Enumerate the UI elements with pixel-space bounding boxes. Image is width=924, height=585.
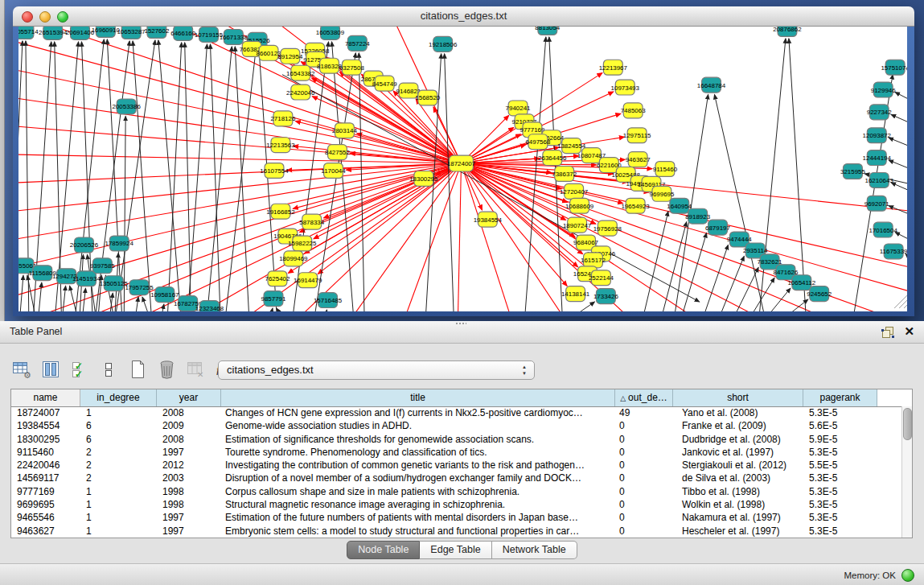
table-row[interactable]: 969969511998Structural magnetic resonanc… xyxy=(11,498,902,511)
table-row[interactable]: 1938455462009Genome-wide association stu… xyxy=(11,419,902,432)
cell-title[interactable]: Tourette syndrome. Phenomenology and cla… xyxy=(221,446,615,459)
cell-pagerank[interactable]: 5.3E-5 xyxy=(803,485,877,498)
column-header-year[interactable]: year xyxy=(157,389,221,406)
splitter-grip-icon[interactable] xyxy=(455,322,466,326)
cell-out_degree[interactable]: 0 xyxy=(615,433,673,446)
table-header[interactable]: namein_degreeyeartitle△out_de…shortpager… xyxy=(11,389,912,407)
cell-out_degree[interactable]: 0 xyxy=(615,472,673,484)
cell-short[interactable]: Hescheler et al. (1997) xyxy=(673,525,803,538)
cell-year[interactable]: 1997 xyxy=(157,511,221,524)
column-header-title[interactable]: title xyxy=(221,389,615,406)
cell-in_degree[interactable]: 1 xyxy=(80,525,157,538)
delete-rows-trash-icon[interactable] xyxy=(156,359,178,381)
cell-year[interactable]: 1997 xyxy=(157,446,221,459)
cell-name[interactable]: 19384554 xyxy=(11,419,80,432)
cell-title[interactable]: Embryonic stem cells: a model to study s… xyxy=(221,525,615,538)
cell-short[interactable]: Franke et al. (2009) xyxy=(673,419,803,432)
cell-year[interactable]: 1998 xyxy=(157,498,221,511)
cell-title[interactable]: Structural magnetic resonance image aver… xyxy=(221,498,615,511)
network-view-window[interactable]: citations_edges.txt 14055714265153942069… xyxy=(13,6,914,316)
table-row[interactable]: 1456911722003Disruption of a novel membe… xyxy=(11,472,902,484)
cell-pagerank[interactable]: 5.3E-5 xyxy=(803,511,877,524)
cell-name[interactable]: 22420046 xyxy=(11,459,80,472)
close-panel-icon[interactable]: ✕ xyxy=(904,324,914,339)
cell-short[interactable]: Nakamura et al. (1997) xyxy=(673,511,803,524)
new-table-icon[interactable] xyxy=(127,359,149,381)
column-header-in_degree[interactable]: in_degree xyxy=(80,389,157,406)
cell-name[interactable]: 18724007 xyxy=(11,406,80,419)
cell-pagerank[interactable]: 5.5E-5 xyxy=(803,459,877,472)
cell-title[interactable]: Disruption of a novel member of a sodium… xyxy=(221,472,615,484)
cell-year[interactable]: 2008 xyxy=(157,406,221,419)
cell-year[interactable]: 2012 xyxy=(157,459,221,472)
cell-name[interactable]: 14569117 xyxy=(11,472,80,484)
cell-name[interactable]: 9777169 xyxy=(11,485,80,498)
cell-year[interactable]: 2003 xyxy=(157,472,221,484)
cell-in_degree[interactable]: 2 xyxy=(80,472,157,484)
cell-in_degree[interactable]: 6 xyxy=(80,433,157,446)
tab-node-table[interactable]: Node Table xyxy=(347,541,420,559)
column-header-short[interactable]: short xyxy=(673,389,803,406)
table-scrollbar[interactable] xyxy=(901,406,912,538)
cell-title[interactable]: Investigating the contribution of common… xyxy=(221,459,615,472)
table-selector-dropdown[interactable]: citations_edges.txt ▲▼ xyxy=(218,360,535,380)
table-settings-icon[interactable]: ⚙ xyxy=(11,359,33,381)
cell-out_degree[interactable]: 49 xyxy=(615,406,673,419)
cell-short[interactable]: Yano et al. (2008) xyxy=(673,406,803,419)
cell-name[interactable]: 18300295 xyxy=(11,433,80,446)
clear-selection-icon[interactable] xyxy=(98,359,120,381)
canvas-resize-grip-icon[interactable] xyxy=(899,300,907,308)
cell-out_degree[interactable]: 0 xyxy=(615,525,673,538)
cell-short[interactable]: Wolkin et al. (1998) xyxy=(673,498,803,511)
table-row[interactable]: 977716911998Corpus callosum shape and si… xyxy=(11,485,902,498)
canvas-resize-grip-icon[interactable] xyxy=(904,305,907,308)
select-rows-icon[interactable]: ✓✓ xyxy=(69,359,91,381)
cell-out_degree[interactable]: 0 xyxy=(615,511,673,524)
node-table[interactable]: namein_degreeyeartitle△out_de…shortpager… xyxy=(10,389,913,538)
cell-out_degree[interactable]: 0 xyxy=(615,459,673,472)
cell-pagerank[interactable]: 5.3E-5 xyxy=(803,406,877,419)
memory-status-light[interactable] xyxy=(901,569,914,582)
cell-short[interactable]: Jankovic et al. (1997) xyxy=(673,446,803,459)
cell-pagerank[interactable]: 5.3E-5 xyxy=(803,525,877,538)
cell-in_degree[interactable]: 6 xyxy=(80,419,157,432)
table-row[interactable]: 946554611997Estimation of the future num… xyxy=(11,511,902,524)
table-row[interactable]: 2242004622012Investigating the contribut… xyxy=(11,459,902,472)
table-row[interactable]: 1872400712008Changes of HCN gene express… xyxy=(11,406,902,419)
cell-in_degree[interactable]: 1 xyxy=(80,498,157,511)
cell-name[interactable]: 9115460 xyxy=(11,446,80,459)
cell-name[interactable]: 9465546 xyxy=(11,511,80,524)
column-header-out_degree[interactable]: △out_de… xyxy=(615,389,673,406)
table-body[interactable]: 1872400712008Changes of HCN gene express… xyxy=(11,406,902,538)
cell-short[interactable]: Dudbridge et al. (2008) xyxy=(673,433,803,446)
column-header-name[interactable]: name xyxy=(11,389,80,406)
network-canvas[interactable]: 1405571426515394206914061696091010653287… xyxy=(18,27,907,311)
tab-edge-table[interactable]: Edge Table xyxy=(420,541,491,559)
cell-pagerank[interactable]: 5.3E-5 xyxy=(803,446,877,459)
column-visibility-icon[interactable] xyxy=(40,359,62,381)
scrollbar-thumb[interactable] xyxy=(903,408,912,440)
network-window-titlebar[interactable]: citations_edges.txt xyxy=(13,6,914,27)
cell-in_degree[interactable]: 1 xyxy=(80,485,157,498)
citation-network-graph[interactable]: 1405571426515394206914061696091010653287… xyxy=(18,27,907,311)
cell-title[interactable]: Estimation of the future numbers of pati… xyxy=(221,511,615,524)
column-header-pagerank[interactable]: pagerank xyxy=(803,389,877,406)
cell-short[interactable]: Tibbo et al. (1998) xyxy=(673,485,803,498)
cell-title[interactable]: Corpus callosum shape and size in male p… xyxy=(221,485,615,498)
cell-pagerank[interactable]: 5.3E-5 xyxy=(803,472,877,484)
table-row[interactable]: 911546021997Tourette syndrome. Phenomeno… xyxy=(11,446,902,459)
cell-short[interactable]: de Silva et al. (2003) xyxy=(673,472,803,484)
cell-out_degree[interactable]: 0 xyxy=(615,485,673,498)
tab-network-table[interactable]: Network Table xyxy=(492,541,577,559)
table-row[interactable]: 1830029562008Estimation of significance … xyxy=(11,433,902,446)
cell-out_degree[interactable]: 0 xyxy=(615,498,673,511)
cell-title[interactable]: Changes of HCN gene expression and I(f) … xyxy=(221,406,615,419)
cell-in_degree[interactable]: 2 xyxy=(80,446,157,459)
cell-year[interactable]: 1998 xyxy=(157,485,221,498)
cell-year[interactable]: 2008 xyxy=(157,433,221,446)
table-row[interactable]: 946362711997Embryonic stem cells: a mode… xyxy=(11,525,902,538)
cell-pagerank[interactable]: 5.3E-5 xyxy=(803,498,877,511)
cell-title[interactable]: Genome-wide association studies in ADHD. xyxy=(221,419,615,432)
cell-short[interactable]: Stergiakouli et al. (2012) xyxy=(673,459,803,472)
cell-out_degree[interactable]: 0 xyxy=(615,446,673,459)
